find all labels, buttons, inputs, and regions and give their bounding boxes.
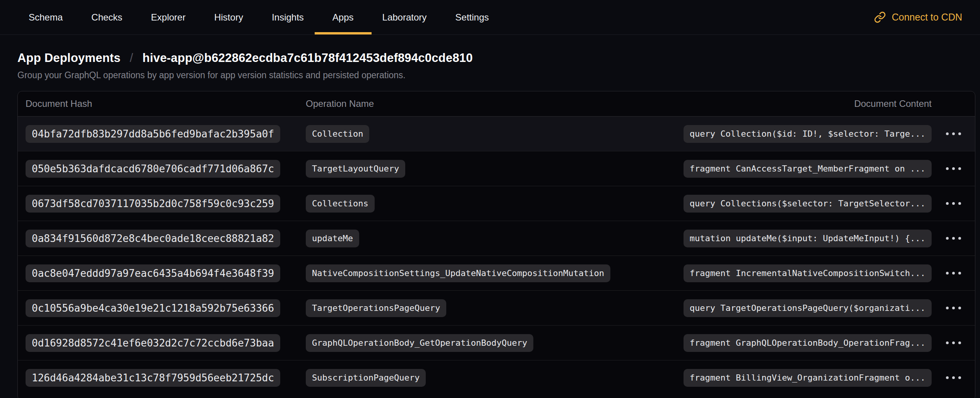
tab-apps[interactable]: Apps xyxy=(332,0,354,34)
document-hash-chip: 0a834f91560d872e8c4bec0ade18ceec88821a82 xyxy=(26,230,280,247)
cdn-button-label: Connect to CDN xyxy=(892,12,962,23)
tab-label: Checks xyxy=(91,12,122,23)
operation-name-chip: GraphQLOperationBody_GetOperationBodyQue… xyxy=(306,334,533,352)
operation-name-chip: SubscriptionPageQuery xyxy=(306,369,426,387)
table-row[interactable]: 0c10556a9be4ca30e19e21c1218a592b75e63366… xyxy=(18,290,975,325)
tab-settings[interactable]: Settings xyxy=(455,0,489,34)
tab-label: Settings xyxy=(455,12,489,23)
row-menu-button[interactable] xyxy=(942,162,965,175)
table-row[interactable]: 0d16928d8572c41ef6e032d2c7c72ccbd6e73baa… xyxy=(18,325,975,360)
document-content-chip: query Collections($selector: TargetSelec… xyxy=(684,195,932,213)
tab-label: Laboratory xyxy=(382,12,427,23)
operation-name-chip: updateMe xyxy=(306,230,359,247)
ellipsis-icon xyxy=(946,132,949,135)
row-menu-button[interactable] xyxy=(942,336,965,350)
document-content-chip: fragment BillingView_OrganizationFragmen… xyxy=(684,369,932,387)
operation-name-chip: Collection xyxy=(306,125,369,143)
document-hash-chip: 126d46a4284abe31c13c78f7959d56eeb21725dc xyxy=(26,369,280,387)
document-hash-chip: 050e5b363dafdcacd6780e706cadf771d06a867c xyxy=(26,160,280,178)
document-hash-chip: 0ac8e047eddd97a97eac6435a4b694f4e3648f39 xyxy=(26,264,280,282)
row-menu-button[interactable] xyxy=(942,301,965,315)
column-header-operation-name: Operation Name xyxy=(306,98,854,109)
tab-label: Schema xyxy=(29,12,63,23)
tab-label: Explorer xyxy=(151,12,185,23)
tab-history[interactable]: History xyxy=(214,0,243,34)
document-hash-chip: 0673df58cd7037117035b2d0c758f59c0c93c259 xyxy=(26,195,280,213)
column-header-document-hash: Document Hash xyxy=(26,98,306,109)
top-navbar: Schema Checks Explorer History Insights … xyxy=(0,0,980,35)
table-row[interactable]: 0ac8e047eddd97a97eac6435a4b694f4e3648f39… xyxy=(18,256,975,290)
breadcrumb-separator: / xyxy=(130,51,133,65)
table-row[interactable]: 0a834f91560d872e8c4bec0ade18ceec88821a82… xyxy=(18,221,975,256)
table-row[interactable]: 04bfa72dfb83b297dd8a5b6fed9bafac2b395a0f… xyxy=(18,116,975,151)
operation-name-chip: TargetLayoutQuery xyxy=(306,160,405,178)
table-row[interactable]: 050e5b363dafdcacd6780e706cadf771d06a867c… xyxy=(18,151,975,186)
ellipsis-icon xyxy=(946,272,949,274)
breadcrumb-section[interactable]: App Deployments xyxy=(17,51,121,65)
document-content-chip: fragment GraphQLOperationBody_OperationF… xyxy=(684,334,932,352)
ellipsis-icon xyxy=(946,202,949,205)
document-content-chip: fragment CanAccessTarget_MemberFragment … xyxy=(684,160,932,178)
ellipsis-icon xyxy=(946,376,949,379)
nav-tabs: Schema Checks Explorer History Insights … xyxy=(29,0,489,34)
document-content-chip: query Collection($id: ID!, $selector: Ta… xyxy=(684,125,932,143)
table-row[interactable]: 126d46a4284abe31c13c78f7959d56eeb21725dc… xyxy=(18,360,975,395)
ellipsis-icon xyxy=(946,341,949,344)
tab-label: History xyxy=(214,12,243,23)
table-header-row: Document Hash Operation Name Document Co… xyxy=(18,91,975,116)
ellipsis-icon xyxy=(946,237,949,240)
tab-insights[interactable]: Insights xyxy=(272,0,304,34)
connect-to-cdn-button[interactable]: Connect to CDN xyxy=(874,0,962,34)
tab-schema[interactable]: Schema xyxy=(29,0,63,34)
page-header: App Deployments / hive-app@b622862ecdba7… xyxy=(0,35,980,81)
row-menu-button[interactable] xyxy=(942,371,965,384)
operation-name-chip: Collections xyxy=(306,195,375,213)
app-deployments-table: Document Hash Operation Name Document Co… xyxy=(17,91,975,398)
ellipsis-icon xyxy=(946,307,949,309)
ellipsis-icon xyxy=(946,167,949,170)
tab-checks[interactable]: Checks xyxy=(91,0,122,34)
document-hash-chip: 0c10556a9be4ca30e19e21c1218a592b75e63366 xyxy=(26,299,280,317)
table-row[interactable]: 0673df58cd7037117035b2d0c758f59c0c93c259… xyxy=(18,186,975,221)
breadcrumb: App Deployments / hive-app@b622862ecdba7… xyxy=(17,51,963,65)
tab-laboratory[interactable]: Laboratory xyxy=(382,0,427,34)
document-content-chip: query TargetOperationsPageQuery($organiz… xyxy=(684,299,932,317)
document-content-chip: mutation updateMe($input: UpdateMeInput!… xyxy=(684,230,932,247)
page-subtitle: Group your GraphQL operations by app ver… xyxy=(17,70,963,81)
operation-name-chip: TargetOperationsPageQuery xyxy=(306,299,446,317)
column-header-document-content: Document Content xyxy=(854,98,932,109)
row-menu-button[interactable] xyxy=(942,232,965,245)
link-icon xyxy=(874,11,886,23)
row-menu-button[interactable] xyxy=(942,266,965,280)
row-menu-button[interactable] xyxy=(942,127,965,141)
tab-explorer[interactable]: Explorer xyxy=(151,0,185,34)
document-content-chip: fragment IncrementalNativeCompositionSwi… xyxy=(684,264,932,282)
document-hash-chip: 0d16928d8572c41ef6e032d2c7c72ccbd6e73baa xyxy=(26,334,280,352)
breadcrumb-app-name: hive-app@b622862ecdba7c61b78f412453def89… xyxy=(142,51,473,65)
tab-label: Apps xyxy=(332,12,354,23)
tab-label: Insights xyxy=(272,12,304,23)
operation-name-chip: NativeCompositionSettings_UpdateNativeCo… xyxy=(306,264,610,282)
document-hash-chip: 04bfa72dfb83b297dd8a5b6fed9bafac2b395a0f xyxy=(26,125,280,143)
row-menu-button[interactable] xyxy=(942,197,965,210)
